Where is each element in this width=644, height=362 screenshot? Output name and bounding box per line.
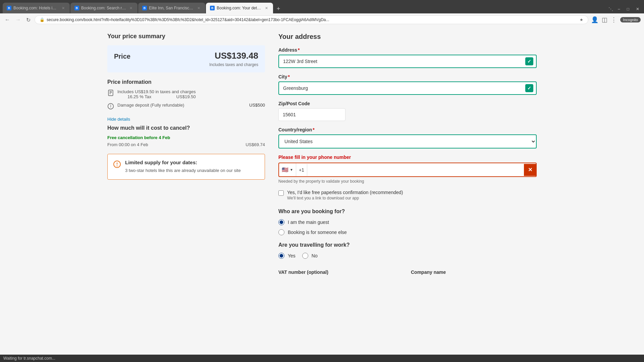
radio-no: No: [302, 253, 318, 259]
damage-deposit-row: Damage deposit (Fully refundable) US$500: [107, 103, 265, 110]
profile-icon[interactable]: 👤: [591, 16, 598, 23]
tax-percent: 16.25 % Tax: [127, 94, 151, 99]
city-input-wrapper: ✓: [278, 81, 537, 95]
hide-details-link[interactable]: Hide details: [107, 117, 130, 122]
address-check-icon: ✓: [525, 57, 533, 65]
radio-yes: Yes: [278, 253, 296, 259]
city-check-icon: ✓: [525, 84, 533, 92]
phone-flag-button[interactable]: 🇺🇸 ▼: [279, 163, 296, 176]
extensions-icon[interactable]: ◫: [602, 16, 607, 23]
flag-dropdown-arrow: ▼: [290, 168, 293, 172]
city-input[interactable]: [278, 81, 537, 95]
price-information-title: Price information: [107, 79, 265, 85]
radio-yes-input[interactable]: [278, 253, 284, 259]
address-url: secure.booking.com/book.html?nflt=hotelf…: [47, 17, 578, 22]
close-button[interactable]: ✕: [634, 6, 641, 12]
damage-label: Damage deposit (Fully refundable): [117, 103, 184, 108]
tab-your-details[interactable]: B Booking.com: Your details ✕: [206, 3, 273, 13]
limited-supply-title: Limited supply for your dates:: [125, 160, 241, 165]
tax-amount: US$19.50: [176, 94, 196, 99]
section-title: Your address: [278, 33, 537, 41]
address-group: Address* ✓: [278, 47, 537, 68]
country-select[interactable]: United States United Kingdom Canada Aust…: [278, 134, 537, 148]
free-cancel-text: Free cancellation before 4 Feb: [107, 135, 265, 140]
cancellation-section: How much will it cost to cancel? Free ca…: [107, 125, 265, 147]
limited-supply-text: 3 two-star hotels like this are already …: [125, 167, 241, 174]
new-tab-button[interactable]: +: [274, 4, 283, 13]
vat-section: VAT number (optional) Company name: [278, 269, 537, 277]
address-input[interactable]: [278, 55, 537, 68]
svg-point-9: [117, 166, 117, 166]
receipt-icon: [107, 89, 114, 96]
phone-input-wrapper: 🇺🇸 ▼ +1 ✕: [278, 163, 537, 177]
price-summary-title: Your price summary: [107, 33, 265, 40]
paperless-checkbox[interactable]: [278, 190, 284, 196]
forward-button[interactable]: →: [14, 16, 22, 23]
company-label: Company name: [411, 269, 537, 275]
reload-button[interactable]: ↻: [25, 16, 32, 24]
incognito-badge: Incognito: [620, 17, 641, 22]
maximize-button[interactable]: □: [625, 6, 631, 12]
phone-number-input[interactable]: [307, 164, 524, 176]
tab-bar: B Booking.com: Hotels in San Fra... ✕ B …: [3, 3, 283, 13]
vat-field: VAT number (optional): [278, 269, 404, 277]
tab-label-2: Booking.com: Search results: Sa...: [81, 6, 126, 10]
price-information-section: Price information Includes US$19.50 in t…: [107, 79, 265, 110]
tax-detail-row: 16.25 % Tax US$19.50: [127, 94, 196, 99]
country-group: Country/region* United States United Kin…: [278, 127, 537, 148]
back-button[interactable]: ←: [3, 16, 11, 23]
phone-group: Please fill in your phone number 🇺🇸 ▼ +1…: [278, 155, 537, 184]
phone-section-title: Please fill in your phone number: [278, 155, 537, 160]
paperless-label: Yes, I'd like free paperless confirmatio…: [287, 190, 403, 195]
address-bar[interactable]: 🔒 secure.booking.com/book.html?nflt=hote…: [35, 15, 588, 24]
menu-icon[interactable]: ⋮: [611, 16, 617, 23]
travelling-section: Are you travelling for work? Yes No: [278, 242, 537, 263]
zip-input[interactable]: [278, 108, 345, 121]
radio-someone-else: Booking is for someone else: [278, 229, 537, 235]
tab-label-4: Booking.com: Your details: [217, 6, 262, 10]
status-text: Waiting for tr.snapchat.com...: [3, 356, 55, 358]
window-controls: ⋱ – □ ✕: [608, 6, 641, 13]
price-box: Price US$139.48 Includes taxes and charg…: [107, 45, 265, 72]
zip-label: Zip/Post Code: [278, 101, 537, 106]
phone-clear-button[interactable]: ✕: [524, 164, 536, 176]
phone-help-text: Needed by the property to validate your …: [278, 179, 537, 184]
address-input-wrapper: ✓: [278, 55, 537, 68]
address-required: *: [298, 47, 300, 53]
cancel-from-label: From 00:00 on 4 Feb: [107, 142, 148, 147]
paperless-row: Yes, I'd like free paperless confirmatio…: [278, 190, 537, 200]
radio-someone-else-input[interactable]: [278, 229, 284, 235]
tab-close-3[interactable]: ✕: [196, 5, 201, 11]
tab-close-4[interactable]: ✕: [264, 5, 269, 11]
vat-label: VAT number (optional): [278, 269, 404, 275]
price-label: Price: [114, 53, 130, 60]
cancel-from-amount: US$69.74: [246, 142, 265, 147]
tab-search[interactable]: B Booking.com: Search results: Sa... ✕: [70, 3, 138, 13]
bookmark-icon[interactable]: ★: [580, 17, 583, 22]
tab-elite-inn[interactable]: B Elite Inn, San Francisco – Updat... ✕: [138, 3, 205, 13]
price-value: US$139.48: [215, 51, 258, 61]
tab-label-1: Booking.com: Hotels in San Fra...: [13, 6, 58, 10]
tab-favicon-4: B: [210, 6, 215, 10]
tab-hotels[interactable]: B Booking.com: Hotels in San Fra... ✕: [3, 3, 70, 13]
radio-no-input[interactable]: [302, 253, 308, 259]
price-note: Includes taxes and charges: [114, 62, 258, 67]
limited-supply-box: Limited supply for your dates: 3 two-sta…: [107, 154, 265, 180]
radio-main-guest-input[interactable]: [278, 219, 284, 225]
tab-favicon-3: B: [142, 6, 147, 10]
address-label: Address*: [278, 47, 537, 53]
tab-close-1[interactable]: ✕: [60, 5, 66, 11]
taxes-info-row: Includes US$19.50 in taxes and charges 1…: [107, 89, 265, 99]
minimize-button[interactable]: –: [616, 6, 622, 12]
radio-someone-else-label: Booking is for someone else: [288, 230, 347, 235]
travelling-title: Are you travelling for work?: [278, 242, 537, 248]
tab-close-2[interactable]: ✕: [128, 5, 133, 11]
tab-label-3: Elite Inn, San Francisco – Updat...: [149, 6, 194, 10]
country-required: *: [313, 127, 314, 132]
main-content: Your address Address* ✓ City* ✓ Zip/Post…: [278, 33, 537, 351]
info-icon: [107, 103, 114, 110]
cancellation-title: How much will it cost to cancel?: [107, 125, 265, 131]
taxes-text: Includes US$19.50 in taxes and charges: [117, 89, 196, 94]
radio-no-label: No: [312, 253, 318, 258]
address-bar-row: ← → ↻ 🔒 secure.booking.com/book.html?nfl…: [0, 13, 644, 26]
